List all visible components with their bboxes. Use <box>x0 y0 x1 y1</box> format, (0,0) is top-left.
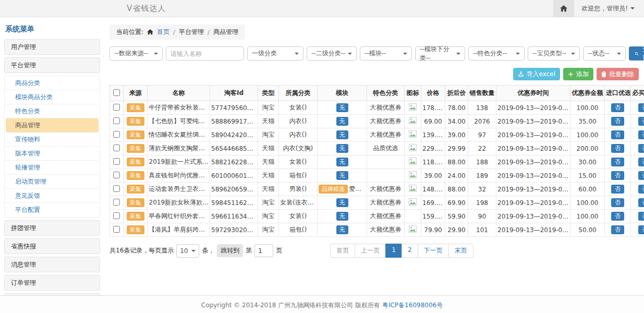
filter-select-status[interactable]: --状态-- <box>583 46 626 61</box>
page-button-末页[interactable]: 末页 <box>448 244 473 258</box>
filter-select-level1-category[interactable]: 一级分类 <box>247 46 303 61</box>
search-button[interactable]: 查询 <box>629 46 644 61</box>
sidebar-item-轮播管理[interactable]: 轮播管理 <box>6 161 99 175</box>
sidebar-menu: 用户管理平台管理商品分类模块商品分类特色分类商品管理宣传物料版本管理轮播管理启动… <box>4 39 100 295</box>
source-badge: 采集 <box>127 225 144 235</box>
module-badge: 无 <box>336 212 348 221</box>
import-toggle-button[interactable]: 否 <box>611 212 624 221</box>
import-toggle-button[interactable]: 否 <box>611 171 624 180</box>
mustbuy-toggle-button[interactable]: 否 <box>638 225 644 235</box>
home-button[interactable] <box>553 0 574 17</box>
mustbuy-toggle-button[interactable]: 否 <box>638 171 644 180</box>
cell-camount: 100.00 <box>570 210 605 223</box>
mustbuy-toggle-button[interactable]: 否 <box>638 103 644 113</box>
sidebar-item-版本管理[interactable]: 版本管理 <box>6 147 99 161</box>
breadcrumb-home-link[interactable]: 首页 <box>157 28 169 37</box>
cell-name: 薄款无钢圈文胸聚拢性... <box>148 142 210 155</box>
row-checkbox[interactable] <box>113 199 120 206</box>
batch-delete-button[interactable]: 批量删除 <box>597 68 639 80</box>
page-button-2[interactable]: 2 <box>402 244 418 258</box>
row-checkbox[interactable] <box>113 145 120 151</box>
import-toggle-button[interactable]: 否 <box>611 158 624 167</box>
jump-page-input[interactable] <box>254 244 273 257</box>
column-header-sales: 销售数量 <box>468 86 496 101</box>
sidebar-section-省惠快报[interactable]: 省惠快报 <box>4 238 100 254</box>
table-header-row: 来源名称淘客Id类型所属分类模块特色分类图标价格折后价销售数量优惠券时间优惠券金… <box>110 86 644 101</box>
import-toggle-button[interactable]: 否 <box>611 198 624 208</box>
sidebar-section-拼团管理[interactable]: 拼团管理 <box>4 220 100 236</box>
sidebar-item-模块商品分类[interactable]: 模块商品分类 <box>6 90 99 104</box>
row-checkbox[interactable] <box>113 226 120 233</box>
jump-button[interactable]: 跳转到 <box>217 244 243 257</box>
sidebar-section-用户管理[interactable]: 用户管理 <box>4 39 100 55</box>
user-menu[interactable]: 欢迎您，管理员! <box>574 4 644 13</box>
row-checkbox[interactable] <box>113 185 120 192</box>
cell-special: 品质优选 <box>367 142 405 155</box>
row-checkbox[interactable] <box>113 104 120 111</box>
filter-select-special-category[interactable]: --特色分类-- <box>468 46 525 61</box>
sidebar-item-商品管理[interactable]: 商品管理 <box>6 118 99 133</box>
import-toggle-button[interactable]: 否 <box>611 144 624 153</box>
cell-category: 内衣() <box>279 128 318 142</box>
breadcrumb-item: 平台管理 <box>179 28 204 37</box>
mustbuy-toggle-button[interactable]: 否 <box>638 185 644 194</box>
row-checkbox[interactable] <box>113 131 120 138</box>
page-button-上一页[interactable]: 上一页 <box>355 244 386 258</box>
cell-category: 女装() <box>279 210 318 223</box>
search-icon <box>635 51 639 57</box>
filter-select-item-type[interactable]: --宝贝类型-- <box>528 46 580 61</box>
image-icon <box>409 103 417 111</box>
row-checkbox[interactable] <box>113 172 120 178</box>
import-toggle-button[interactable]: 否 <box>611 130 624 140</box>
cell-import: 否 <box>605 169 631 183</box>
filter-select-level2-category[interactable]: --二级分类-- <box>307 46 357 61</box>
mustbuy-toggle-button[interactable]: 否 <box>638 144 644 153</box>
column-header-source: 来源 <box>124 86 148 101</box>
mustbuy-toggle-button[interactable]: 否 <box>638 158 644 167</box>
filter-select-module[interactable]: --模块-- <box>360 46 412 61</box>
mustbuy-toggle-button[interactable]: 否 <box>638 117 644 126</box>
sidebar-item-平台配置[interactable]: 平台配置 <box>6 203 99 217</box>
per-page-select[interactable]: 10 <box>176 244 199 258</box>
sidebar-item-启动页管理[interactable]: 启动页管理 <box>6 175 99 189</box>
add-button[interactable]: 添加 <box>563 68 593 80</box>
cell-camount: 15.00 <box>570 169 605 183</box>
mustbuy-toggle-button[interactable]: 否 <box>638 130 644 140</box>
search-button-label: 查询 <box>641 45 644 63</box>
cell-category: 内衣() <box>279 115 318 128</box>
select-all-checkbox[interactable] <box>113 89 120 96</box>
cell-icon <box>405 210 421 223</box>
row-checkbox[interactable] <box>113 117 120 124</box>
icp-link[interactable]: 粤ICP备16098006号 <box>382 302 443 309</box>
page-button-首页[interactable]: 首页 <box>330 244 355 258</box>
table-row: 采集真皮钱包时尚优雅女士...601000601341天猫箱包()无39.002… <box>110 169 644 183</box>
mustbuy-toggle-button[interactable]: 否 <box>638 212 644 221</box>
import-excel-button[interactable]: 导入excel <box>513 68 560 80</box>
cell-tkid: 589042420344 <box>210 128 258 142</box>
filter-select-data-source[interactable]: --数据来源-- <box>110 46 163 61</box>
module-badge: 无 <box>336 225 348 235</box>
sidebar-section-订单管理[interactable]: 订单管理 <box>4 275 100 291</box>
row-checkbox[interactable] <box>113 212 120 219</box>
page-button-1[interactable]: 1 <box>385 244 402 258</box>
import-toggle-button[interactable]: 否 <box>611 103 624 113</box>
mustbuy-toggle-button[interactable]: 否 <box>638 198 644 208</box>
import-toggle-button[interactable]: 否 <box>611 185 624 194</box>
import-toggle-button[interactable]: 否 <box>611 117 624 126</box>
sidebar-section-平台管理[interactable]: 平台管理 <box>4 57 100 73</box>
sidebar-item-特色分类[interactable]: 特色分类 <box>6 104 99 118</box>
cell-mustbuy: 否 <box>631 155 644 169</box>
filter-select-module-subcategory[interactable]: --模块下分类-- <box>415 46 465 61</box>
products-panel: 导入excel 添加 批量删除 来源名称淘客Id类型所属分类模块特色分类图标价格… <box>110 68 639 258</box>
sidebar-item-商品分类[interactable]: 商品分类 <box>6 76 99 90</box>
import-toggle-button[interactable]: 否 <box>611 225 624 235</box>
sidebar-item-意见反馈[interactable]: 意见反馈 <box>6 189 99 203</box>
row-checkbox[interactable] <box>113 158 120 165</box>
cell-icon <box>405 196 421 210</box>
cell-icon <box>405 183 421 196</box>
name-input[interactable] <box>166 46 244 61</box>
cell-special: 大额优惠券 <box>367 101 405 115</box>
page-button-下一页[interactable]: 下一页 <box>418 244 449 258</box>
sidebar-item-宣传物料[interactable]: 宣传物料 <box>6 133 99 147</box>
sidebar-section-消息管理[interactable]: 消息管理 <box>4 257 100 272</box>
